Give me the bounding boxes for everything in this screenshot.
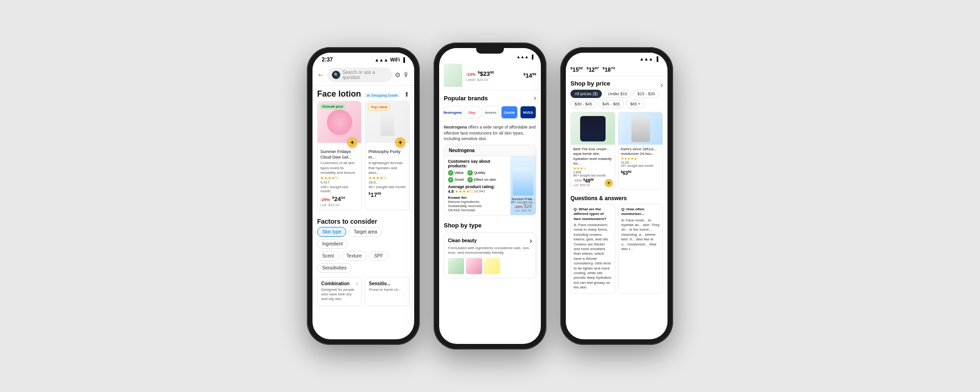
clean-beauty-title: Clean beauty <box>448 238 477 243</box>
price-chip-65plus[interactable]: $65 + <box>626 100 645 108</box>
price-chips: All prices ($) Under $15 $15 - $30 $30 -… <box>570 90 663 108</box>
settings-icon-1[interactable]: ⚙ <box>395 71 401 79</box>
grid-review-1: 2,893 <box>573 171 612 174</box>
brand-desc: Neutrogena offers a wide range of afford… <box>439 122 541 145</box>
price-12: $1297 <box>587 66 599 73</box>
price-chip-15-30[interactable]: $15 - $30 <box>633 90 659 98</box>
brand-cerave[interactable]: CeraVe <box>501 106 518 119</box>
grid-discount-1: -15% <box>573 178 582 183</box>
skin-type-cards: Combination › Designed for people who ha… <box>312 275 414 308</box>
skin-card-sensitive-header: Sensitiv... <box>369 281 405 286</box>
mic-icon-1[interactable]: 🎙 <box>403 71 410 79</box>
clean-beauty-imgs <box>448 258 532 274</box>
chip-ingredient[interactable]: Ingredient <box>317 239 348 249</box>
kiehls-bottle <box>631 115 650 142</box>
shop-by-price-arrow[interactable]: › <box>661 81 663 89</box>
bought-text-1: 10K+ bought last month <box>320 185 358 193</box>
phone-1: 2:37 ▲▲▲ WiFi ▐ ← 🔍 Search or ask a ques… <box>307 47 420 345</box>
chip-target-area[interactable]: Target area <box>349 227 382 237</box>
grid-bought-2: 2K+ bought last month <box>621 164 660 167</box>
add-button-2[interactable]: + <box>395 137 405 147</box>
popular-brands-title: Popular brands <box>444 95 488 102</box>
product-card-overall[interactable]: Overall pick + Summer Fridays Cloud Dew … <box>317 101 361 210</box>
qa-answer-2: A: Face moist... to hydrate an... skin. … <box>621 218 660 252</box>
product-info-1: Summer Fridays Cloud Dew Gel... Customer… <box>318 143 361 210</box>
qa-card-1[interactable]: Q: What are the different types of face … <box>570 204 615 294</box>
popular-brands-arrow[interactable]: › <box>534 94 536 102</box>
filter-chips-row1: Skin type Target area Ingredient <box>312 227 414 251</box>
brand-neutrogena[interactable]: Neutrogena <box>444 106 461 119</box>
grid-product-2[interactable]: Kiehl's since 1851ul... moisturizer 24-h… <box>618 112 663 190</box>
price-row-1: -29% $2414 <box>320 195 358 203</box>
clean-beauty-option[interactable]: Clean beauty › Formulated with ingredien… <box>444 233 536 278</box>
customers-say: Customers say about products: <box>448 159 504 168</box>
price-chip-45-65[interactable]: $45 - $65 <box>598 100 624 108</box>
search-bar-1[interactable]: 🔍 Search or ask a question <box>327 67 392 82</box>
shop-by-price-section: Shop by price › All prices ($) Under $15… <box>566 76 668 112</box>
battery-icon-2: ▐ <box>531 55 533 59</box>
summer-fridays-jar <box>327 110 352 135</box>
check-smell: ✓ <box>448 177 453 183</box>
neut-price: $24 <box>524 204 532 209</box>
skin-card-combination-title: Combination <box>321 281 349 286</box>
chip-sensitivities[interactable]: Sensitivities <box>317 263 352 273</box>
strip-label: Label: $28.00 <box>466 78 520 82</box>
grid-product-info-2: Kiehl's since 1851ul... moisturizer 24-h… <box>619 145 662 179</box>
signal-icon-3: ▲▲▲ <box>639 56 653 61</box>
qa-question-2: Q: How often moisturizer... <box>621 207 660 217</box>
grid-product-img-2 <box>619 112 662 145</box>
clean-beauty-header: Clean beauty › <box>448 237 532 245</box>
price-chip-under15[interactable]: Under $15 <box>604 90 631 98</box>
attr-smell-label: Smell <box>454 178 464 182</box>
qa-card-2[interactable]: Q: How often moisturizer... A: Face mois… <box>618 204 663 294</box>
chip-skin-type[interactable]: Skin type <box>317 227 346 237</box>
clean-beauty-desc: Formulated with ingredients considered s… <box>448 246 532 256</box>
shop-by-type-header: Shop by type <box>439 218 541 231</box>
skin-card-combination[interactable]: Combination › Designed for people who ha… <box>317 277 362 306</box>
product-card-top[interactable]: Top rated + Philosophy Purity m... A lig… <box>365 101 410 210</box>
price-strip-top: $1500 $1297 $1874 <box>566 63 668 76</box>
known-for-3: Oil-free formulas <box>448 208 504 212</box>
bought-text-2: 4K+ bought last month <box>368 185 406 189</box>
grid-price-1: $4800 <box>583 178 594 184</box>
clean-img-1 <box>448 258 464 274</box>
grid-add-btn-1[interactable]: + <box>605 179 613 187</box>
belif-jar <box>580 116 606 141</box>
share-icon-1[interactable]: ⬆ <box>404 91 410 98</box>
phone-3: ▲▲▲ ▐ $1500 $1297 $1874 Shop by price › … <box>560 47 673 345</box>
brand-aveeno[interactable]: Aveeno <box>483 106 499 119</box>
price-chip-all[interactable]: All prices ($) <box>570 90 602 98</box>
brand-nivea[interactable]: NIVEA <box>520 106 537 119</box>
add-button-1[interactable]: + <box>347 137 357 147</box>
battery-icon: ▐ <box>402 57 405 62</box>
review-count-2: 16,9... <box>368 180 406 184</box>
avg-rating-label: Average product rating: <box>448 184 504 189</box>
stars-1: ★★★★½ <box>320 176 358 180</box>
attr-value-label: Value <box>454 171 464 175</box>
shop-by-type-title: Shop by type <box>444 222 482 229</box>
brand-olay[interactable]: Olay <box>464 106 480 119</box>
page-title-area: Face lotion AI Shopping Guide ⬆ <box>312 86 414 101</box>
factors-title: Factors to consider <box>312 214 414 227</box>
grid-product-1[interactable]: Belif The true cream - aqua bomb skin hy… <box>570 112 615 190</box>
check-effect: ✓ <box>467 177 473 183</box>
strip-discount: -23% <box>466 72 476 77</box>
skin-card-sensitive[interactable]: Sensitiv... Prone to harsh ch... <box>365 277 410 306</box>
attr-effect: ✓ Effect on skin <box>467 177 496 183</box>
chip-scent[interactable]: Scent <box>317 251 339 261</box>
status-icons-1: ▲▲▲ WiFi ▐ <box>374 57 405 62</box>
price-chip-30-45[interactable]: $30 - $45 <box>570 100 596 108</box>
product-grid-3: Belif The true cream - aqua bomb skin hy… <box>566 112 668 192</box>
grid-review-2: 14,05... <box>621 161 660 164</box>
back-button-1[interactable]: ← <box>317 71 325 79</box>
strip-right-price: $1499 <box>523 71 536 80</box>
price-row-2: $1700 <box>368 190 406 199</box>
status-icons-2: ▲▲▲ ▐ <box>516 55 533 59</box>
strip-price: $$2300 <box>478 70 494 77</box>
chip-spf[interactable]: SPF <box>369 251 388 261</box>
chip-texture[interactable]: Texture <box>342 251 367 261</box>
qa-cards: Q: What are the different types of face … <box>570 204 663 294</box>
grid-stars-1: ★★★½ <box>573 166 612 171</box>
strip-price-area: -23% $$2300 Label: $28.00 <box>466 69 520 82</box>
shop-by-type-section: Shop by type Clean beauty › Formulated w… <box>439 215 541 283</box>
